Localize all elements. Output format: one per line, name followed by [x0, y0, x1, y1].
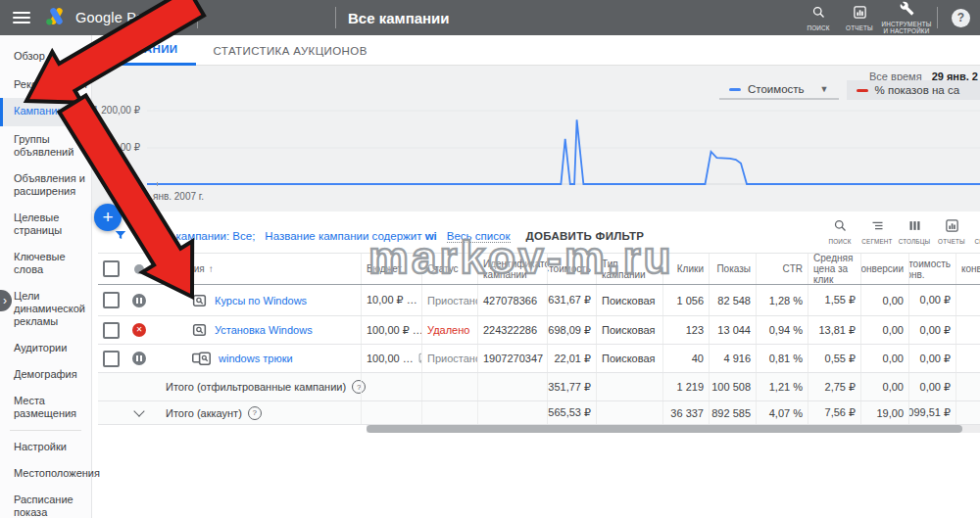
cell-clicks: 123	[662, 316, 709, 344]
add-campaign-button[interactable]: +	[94, 204, 122, 231]
reports-button[interactable]: ОТЧЕТЫ	[933, 218, 970, 245]
column-header-label[interactable]: Идентификатор кампании	[483, 259, 547, 280]
column-header-label[interactable]: конв.	[961, 263, 980, 274]
sidebar-item-0[interactable]: Обзор	[0, 43, 91, 71]
sidebar-item-7[interactable]: Цели динамической рекламы	[0, 283, 91, 335]
toolbar-label: ОТЧЕТЫ	[938, 238, 965, 245]
segment-button[interactable]: СЕГМЕНТ	[858, 218, 896, 245]
expand-chevron-icon[interactable]	[133, 405, 144, 416]
table-row: ✕Установка Windows100,00 ₽ …Удалено22432…	[98, 316, 980, 345]
total-cell-id	[477, 373, 547, 400]
filter-status[interactable]: Статус кампании: Все;	[137, 230, 255, 242]
column-header-label[interactable]: CTR	[782, 263, 803, 274]
row-checkbox[interactable]	[103, 292, 120, 308]
chart-legend: Стоимость ▼ % показов на са	[719, 80, 980, 100]
cell-cost_per_conv: 0,00 ₽	[908, 345, 956, 372]
cell-avg_cpc: 13,81 ₽	[808, 316, 860, 344]
search-button[interactable]: ПОИСК	[821, 218, 858, 245]
topbar-divider	[197, 7, 198, 28]
cell-checkbox	[98, 345, 123, 372]
cell-clicks: 1 056	[662, 285, 709, 315]
column-header-label[interactable]: Стоимость конв.	[908, 259, 951, 280]
column-header-label[interactable]: Конверсии	[860, 263, 904, 274]
filter-all-list-link[interactable]: Весь список	[447, 230, 511, 243]
cell-extra	[956, 285, 980, 315]
column-header-label[interactable]: Средняя цена за клик	[813, 254, 856, 284]
legend-metric-impr-share[interactable]: % показов на са	[847, 80, 980, 100]
sort-ascending-icon[interactable]: ↑	[209, 263, 214, 274]
column-header-label[interactable]: Стоимость	[547, 263, 591, 274]
home-icon	[74, 105, 85, 119]
legend-swatch	[857, 89, 868, 92]
search-campaign-icon	[192, 294, 207, 307]
budget-value[interactable]: 10,00 ₽ …	[367, 294, 417, 306]
sidebar-item-13[interactable]: Расписание показа объявлений	[0, 487, 91, 518]
sidebar-item-4[interactable]: Объявления и расширения	[0, 165, 91, 205]
total-cell-impressions: 892 585	[709, 401, 756, 424]
sidebar-item-11[interactable]: Настройки	[0, 434, 91, 460]
sidebar-item-12[interactable]: Местоположения	[0, 460, 91, 487]
sidebar-item-6[interactable]: Ключевые слова	[0, 244, 91, 283]
menu-icon[interactable]	[13, 12, 30, 24]
select-all-checkbox[interactable]	[103, 260, 120, 277]
row-checkbox[interactable]	[103, 322, 120, 339]
cell-cost: 1 698,09 ₽	[547, 316, 596, 344]
sidebar-divider	[10, 430, 81, 431]
filter-name-contains[interactable]: Название кампании содержит wi	[265, 230, 436, 242]
info-icon[interactable]: ?	[248, 406, 262, 420]
column-header-label[interactable]: Клики	[677, 263, 704, 274]
brand-text: Google Реклама	[75, 10, 185, 25]
toolbar-label: СТОЛБЦЫ	[899, 238, 931, 245]
cell-name: Установка Windows	[155, 316, 361, 344]
sidebar-item-2[interactable]: Кампании	[0, 98, 91, 126]
total-cell-id	[477, 401, 547, 424]
tab-auction-stats[interactable]: СТАТИСТИКА АУКЦИОНОВ	[196, 35, 385, 66]
sidebar-item-9[interactable]: Демография	[0, 361, 91, 388]
topbar: Google Реклама Все кампании ПОИСК ОТЧЕТЫ	[0, 0, 980, 35]
column-header-label[interactable]: Тип кампании	[602, 259, 658, 280]
cell-budget: 100,00 ₽ …	[361, 316, 421, 344]
campaign-name-link[interactable]: Курсы по Windows	[215, 295, 307, 306]
topbar-reports-button[interactable]: ОТЧЕТЫ	[839, 0, 880, 35]
total-cell-extra	[956, 401, 980, 424]
status-dot-header	[134, 264, 144, 274]
download-button[interactable]: СКАЧАТЬ	[970, 218, 980, 245]
reports-icon	[945, 218, 959, 237]
row-checkbox[interactable]	[103, 351, 120, 367]
sidebar-item-3[interactable]: Группы объявлений	[0, 126, 91, 165]
cell-name: windows трюки	[155, 345, 361, 372]
campaign-name-link[interactable]: windows трюки	[219, 353, 293, 364]
sidebar-item-10[interactable]: Места размещения	[0, 388, 91, 427]
sidebar-item-label: Объявления и расширения	[14, 172, 85, 198]
topbar-search-button[interactable]: ПОИСК	[798, 0, 839, 35]
add-filter-button[interactable]: ДОБАВИТЬ ФИЛЬТР	[526, 230, 645, 242]
sidebar-item-label: Настройки	[14, 441, 67, 453]
legend-metric-cost[interactable]: Стоимость ▼	[719, 80, 839, 100]
sidebar-item-label: Ключевые слова	[14, 251, 85, 276]
scrollbar-thumb[interactable]	[367, 425, 962, 433]
sidebar-item-5[interactable]: Целевые страницы	[0, 205, 91, 244]
removed-status-icon[interactable]: ✕	[132, 323, 146, 337]
column-header-label[interactable]: Кампания	[160, 263, 205, 274]
legend-swatch	[729, 88, 741, 91]
sidebar-item-label: Рекомендации	[14, 78, 87, 91]
status-text: Удалено	[427, 324, 469, 336]
budget-value[interactable]: 100,00 ₽ …	[367, 324, 421, 337]
tab-campaigns[interactable]: КАМПАНИИ	[92, 35, 196, 66]
sidebar-item-1[interactable]: Рекомендации	[0, 71, 91, 98]
sidebar-item-label: Цели динамической рекламы	[14, 290, 85, 328]
topbar-divider	[335, 7, 336, 28]
columns-button[interactable]: СТОЛБЦЫ	[896, 218, 933, 245]
help-icon[interactable]: ?	[952, 9, 970, 27]
wrench-icon	[900, 1, 914, 20]
paused-status-icon[interactable]	[132, 294, 146, 307]
topbar-tools-button[interactable]: ИНСТРУМЕНТЫ И НАСТРОЙКИ	[880, 0, 933, 35]
budget-value[interactable]: 100,00 …	[367, 353, 414, 364]
campaign-name-link[interactable]: Установка Windows	[215, 324, 313, 336]
brand[interactable]: Google Реклама	[44, 6, 185, 29]
column-header-label[interactable]: Бюджет	[367, 263, 402, 274]
paused-status-icon[interactable]	[132, 352, 146, 365]
column-header-label[interactable]: Показы	[716, 263, 751, 274]
sidebar-item-8[interactable]: Аудитории	[0, 335, 91, 361]
column-header-label[interactable]: Статус	[427, 263, 459, 274]
